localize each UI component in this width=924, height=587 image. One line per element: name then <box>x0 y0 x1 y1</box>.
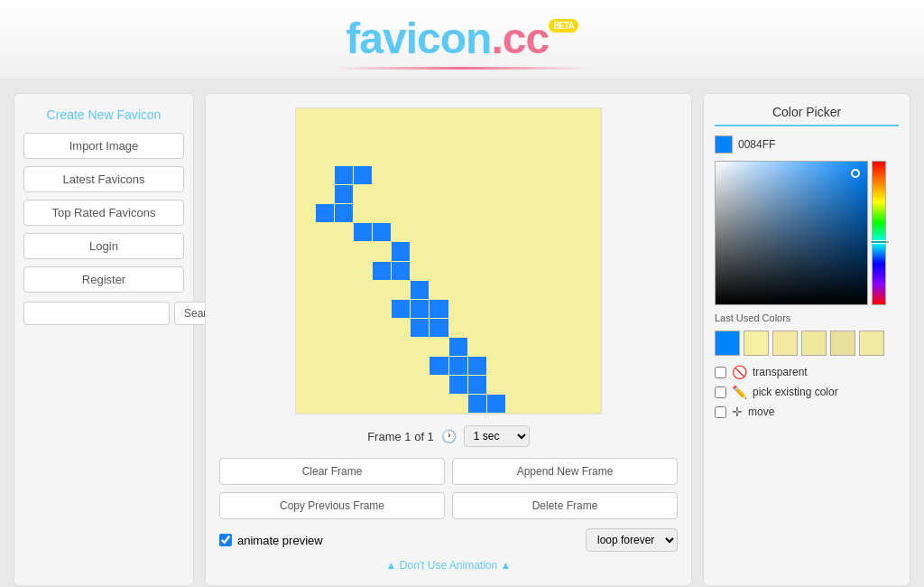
grid-cell[interactable] <box>506 204 524 222</box>
grid-cell[interactable] <box>354 147 372 165</box>
grid-cell[interactable] <box>487 185 505 203</box>
grid-cell[interactable] <box>563 300 581 318</box>
grid-cell[interactable] <box>468 147 486 165</box>
clear-frame-button[interactable]: Clear Frame <box>219 458 445 485</box>
grid-cell[interactable] <box>468 338 486 356</box>
grid-cell[interactable] <box>582 395 600 413</box>
grid-cell[interactable] <box>430 147 448 165</box>
grid-cell[interactable] <box>468 223 486 241</box>
grid-cell[interactable] <box>316 166 334 184</box>
grid-cell[interactable] <box>506 262 524 280</box>
move-checkbox[interactable] <box>715 406 726 418</box>
loop-select[interactable]: loop forever loop once no loop <box>586 528 678 552</box>
grid-cell[interactable] <box>411 262 429 280</box>
grid-cell[interactable] <box>411 109 429 127</box>
grid-cell[interactable] <box>525 357 543 375</box>
grid-cell[interactable] <box>506 376 524 394</box>
grid-cell[interactable] <box>487 242 505 260</box>
grid-cell[interactable] <box>430 223 448 241</box>
grid-cell[interactable] <box>392 338 410 356</box>
grid-cell[interactable] <box>544 147 562 165</box>
register-button[interactable]: Register <box>23 266 184 293</box>
grid-cell[interactable] <box>487 338 505 356</box>
grid-cell[interactable] <box>506 281 524 299</box>
grid-cell[interactable] <box>430 338 448 356</box>
grid-cell[interactable] <box>430 357 448 375</box>
grid-cell[interactable] <box>373 223 391 241</box>
hue-slider[interactable] <box>872 161 886 305</box>
grid-cell[interactable] <box>373 376 391 394</box>
grid-cell[interactable] <box>392 204 410 222</box>
grid-cell[interactable] <box>487 109 505 127</box>
swatch-blue[interactable] <box>715 331 740 356</box>
login-button[interactable]: Login <box>23 233 184 259</box>
swatch-yellow5[interactable] <box>859 331 884 356</box>
grid-cell[interactable] <box>392 128 410 146</box>
grid-cell[interactable] <box>506 242 524 260</box>
grid-cell[interactable] <box>430 185 448 203</box>
grid-cell[interactable] <box>506 223 524 241</box>
grid-cell[interactable] <box>392 319 410 337</box>
grid-cell[interactable] <box>373 319 391 337</box>
grid-cell[interactable] <box>392 300 410 318</box>
grid-cell[interactable] <box>544 376 562 394</box>
grid-cell[interactable] <box>297 128 315 146</box>
grid-cell[interactable] <box>316 338 334 356</box>
grid-cell[interactable] <box>411 242 429 260</box>
grid-cell[interactable] <box>373 281 391 299</box>
grid-cell[interactable] <box>468 300 486 318</box>
search-input[interactable] <box>23 302 170 325</box>
grid-cell[interactable] <box>544 128 562 146</box>
grid-cell[interactable] <box>544 319 562 337</box>
grid-cell[interactable] <box>316 147 334 165</box>
grid-cell[interactable] <box>487 357 505 375</box>
frame-time-select[interactable]: 1 sec 0.5 sec 2 sec 3 sec <box>464 425 530 447</box>
grid-cell[interactable] <box>354 204 372 222</box>
grid-cell[interactable] <box>392 242 410 260</box>
grid-cell[interactable] <box>354 395 372 413</box>
grid-cell[interactable] <box>468 109 486 127</box>
grid-cell[interactable] <box>335 242 353 260</box>
pick-color-checkbox[interactable] <box>715 387 726 398</box>
grid-cell[interactable] <box>335 109 353 127</box>
grid-cell[interactable] <box>563 395 581 413</box>
grid-cell[interactable] <box>297 147 315 165</box>
grid-cell[interactable] <box>563 376 581 394</box>
grid-cell[interactable] <box>449 166 467 184</box>
grid-cell[interactable] <box>506 357 524 375</box>
grid-cell[interactable] <box>335 395 353 413</box>
grid-cell[interactable] <box>449 300 467 318</box>
grid-cell[interactable] <box>544 262 562 280</box>
grid-cell[interactable] <box>544 338 562 356</box>
grid-cell[interactable] <box>449 147 467 165</box>
color-gradient[interactable] <box>715 161 868 305</box>
swatch-yellow4[interactable] <box>830 331 855 356</box>
grid-cell[interactable] <box>563 319 581 337</box>
grid-cell[interactable] <box>373 395 391 413</box>
grid-cell[interactable] <box>297 281 315 299</box>
grid-cell[interactable] <box>582 147 600 165</box>
grid-cell[interactable] <box>316 357 334 375</box>
grid-cell[interactable] <box>354 185 372 203</box>
grid-cell[interactable] <box>544 109 562 127</box>
grid-cell[interactable] <box>430 128 448 146</box>
grid-cell[interactable] <box>316 376 334 394</box>
grid-cell[interactable] <box>487 376 505 394</box>
grid-cell[interactable] <box>449 319 467 337</box>
grid-cell[interactable] <box>582 262 600 280</box>
grid-cell[interactable] <box>525 376 543 394</box>
grid-cell[interactable] <box>297 376 315 394</box>
grid-cell[interactable] <box>373 166 391 184</box>
grid-cell[interactable] <box>563 281 581 299</box>
grid-cell[interactable] <box>392 166 410 184</box>
grid-cell[interactable] <box>430 262 448 280</box>
grid-cell[interactable] <box>430 319 448 337</box>
grid-cell[interactable] <box>411 319 429 337</box>
grid-cell[interactable] <box>563 166 581 184</box>
grid-cell[interactable] <box>316 128 334 146</box>
grid-cell[interactable] <box>582 319 600 337</box>
grid-cell[interactable] <box>392 109 410 127</box>
grid-cell[interactable] <box>563 357 581 375</box>
grid-cell[interactable] <box>544 300 562 318</box>
grid-cell[interactable] <box>316 242 334 260</box>
